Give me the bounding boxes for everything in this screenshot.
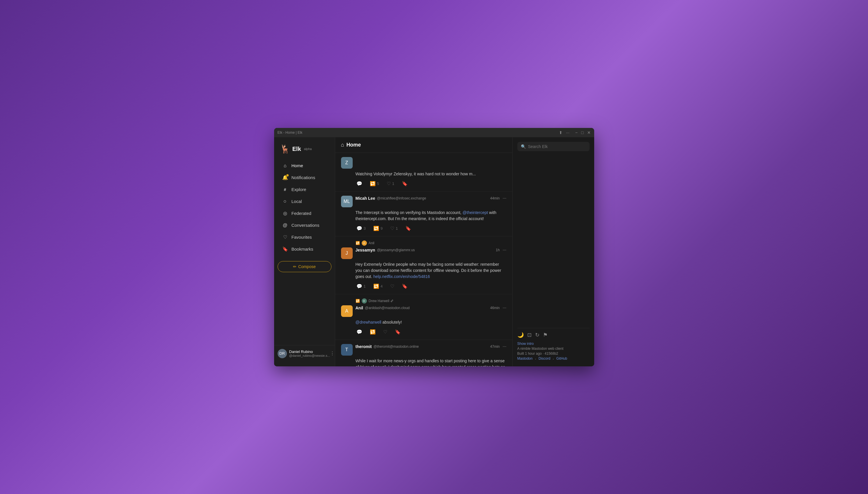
reply-icon: 💬 <box>356 329 362 335</box>
reply-button[interactable]: 💬 <box>355 328 363 336</box>
elk-logo-icon: 🦌 <box>280 144 290 154</box>
post-handle: @theromit@mastodon.online <box>374 345 419 349</box>
user-avatar: DR <box>278 349 287 358</box>
sidebar-label-local: Local <box>292 199 302 204</box>
like-button[interactable]: ♡ 1 <box>386 180 395 187</box>
search-box[interactable]: 🔍 <box>517 142 590 151</box>
post-body: Hey Extremely Online people who may be f… <box>355 261 506 280</box>
boost-button[interactable]: 🔁 <box>369 328 376 336</box>
bookmark-button[interactable]: 🔖 <box>394 328 402 336</box>
post-header: J Jessamyn @jessamyn@glammr.us 1h ··· <box>341 247 506 259</box>
post-item[interactable]: Z Watching Volodymyr Zelenskyy, it was h… <box>335 153 513 192</box>
boost-button[interactable]: 🔁 4 <box>372 283 384 290</box>
maximize-button[interactable]: □ <box>581 130 584 135</box>
post-item[interactable]: 🔁 A Anil J Jessamyn @jessamyn@glammr.us … <box>335 236 513 294</box>
boost-indicator: 🔁 D Drew Harwell 🗞 <box>341 298 506 304</box>
discord-link[interactable]: Discord <box>539 357 551 362</box>
bookmark-icon: 🔖 <box>402 181 408 186</box>
reply-icon: 💬 <box>356 226 362 231</box>
post-item[interactable]: T theromit @theromit@mastodon.online 47m… <box>335 340 513 366</box>
refresh-icon[interactable]: ↻ <box>535 332 539 338</box>
post-author-line: theromit @theromit@mastodon.online 47min… <box>355 344 506 349</box>
boost-icon: 🔁 <box>373 226 379 231</box>
share-button[interactable]: ⬆ <box>559 130 562 135</box>
sidebar-item-bookmarks[interactable]: 🔖 Bookmarks <box>276 243 333 255</box>
sidebar-item-favourites[interactable]: ♡ Favourites <box>276 231 333 243</box>
link-separator: · <box>553 357 554 362</box>
user-profile[interactable]: DR Daniel Rubino @daniel_rubino@newsie.s… <box>278 349 330 358</box>
boost-count: 9 <box>381 226 383 231</box>
like-icon: ♡ <box>390 226 394 231</box>
theme-toggle-icon[interactable]: 🌙 <box>517 332 524 338</box>
post-link[interactable]: @theintercept <box>463 210 488 215</box>
home-icon: ⌂ <box>282 163 288 169</box>
post-more-button[interactable]: ··· <box>502 247 506 253</box>
user-display-name: Daniel Rubino <box>289 349 330 354</box>
boost-button[interactable]: 🔁 5 <box>369 180 380 187</box>
titlebar-buttons: ⬆ ··· − □ ✕ <box>559 130 590 135</box>
sidebar-label-bookmarks: Bookmarks <box>292 247 313 251</box>
minimize-button[interactable]: − <box>575 130 578 135</box>
local-icon: ○ <box>282 198 288 204</box>
favourites-icon: ♡ <box>282 234 288 240</box>
boost-count: 4 <box>381 284 383 288</box>
bookmark-button[interactable]: 🔖 <box>401 180 408 187</box>
like-button[interactable]: ♡ 1 <box>389 225 399 232</box>
sidebar-item-conversations[interactable]: @ Conversations <box>276 220 333 231</box>
like-button[interactable]: ♡ <box>382 328 388 336</box>
post-more-button[interactable]: ··· <box>502 305 506 310</box>
post-item[interactable]: ML Micah Lee @micahflee@infosec.exchange… <box>335 192 513 236</box>
like-count: 1 <box>396 226 398 231</box>
post-link[interactable]: help.netflix.com/en/node/54816 <box>373 274 430 279</box>
user-more-button[interactable]: ⋮ <box>330 351 335 356</box>
post-meta: Anil @anildash@mastodon.cloud 46min ··· <box>355 305 506 310</box>
post-more-button[interactable]: ··· <box>502 344 506 349</box>
reply-icon: 💬 <box>356 181 362 186</box>
bookmark-icon: 🔖 <box>405 226 411 231</box>
sidebar-label-home: Home <box>292 163 303 168</box>
sidebar-item-home[interactable]: ⌂ Home <box>276 160 333 172</box>
compose-button[interactable]: ✏ Compose <box>278 261 331 272</box>
sidebar-logo: 🦌 Elk alpha <box>274 142 335 159</box>
close-button[interactable]: ✕ <box>587 130 591 135</box>
layout-icon[interactable]: ⊡ <box>527 332 532 338</box>
reply-button[interactable]: 💬 3 <box>355 225 367 232</box>
feed-scroll[interactable]: Z Watching Volodymyr Zelenskyy, it was h… <box>335 153 513 366</box>
post-time: 44min <box>490 196 500 200</box>
github-link[interactable]: GitHub <box>556 357 567 362</box>
sidebar-label-notifications: Notifications <box>292 175 315 180</box>
post-author-name: Anil <box>355 306 363 310</box>
sidebar-nav: ⌂ Home 🔔 Notifications # Explore ○ Loc <box>274 159 335 255</box>
search-input[interactable] <box>528 144 586 149</box>
flag-icon[interactable]: ⚑ <box>543 332 548 338</box>
reply-button[interactable]: 💬 <box>355 180 363 187</box>
bookmark-button[interactable]: 🔖 <box>401 283 408 290</box>
post-body: While I wait for more news-y orgs and ha… <box>355 358 506 366</box>
post-author-line: Micah Lee @micahflee@infosec.exchange 44… <box>355 196 506 201</box>
notification-badge <box>286 174 289 176</box>
mastodon-link[interactable]: Mastodon <box>517 357 533 362</box>
reply-button[interactable]: 💬 1 <box>355 283 367 290</box>
more-button[interactable]: ··· <box>566 130 570 135</box>
show-intro-link[interactable]: Show intro <box>517 342 590 346</box>
tagline: A nimble Mastodon web client <box>517 347 590 351</box>
panel-info: Show intro A nimble Mastodon web client … <box>517 342 590 362</box>
post-more-button[interactable]: ··· <box>502 196 506 201</box>
sidebar-item-explore[interactable]: # Explore <box>276 184 333 195</box>
post-item[interactable]: 🔁 D Drew Harwell 🗞 A Anil @anildash@mast… <box>335 294 513 340</box>
panel-icons: 🌙 ⊡ ↻ ⚑ <box>517 332 590 338</box>
reply-count: 3 <box>364 226 366 231</box>
sidebar-item-notifications[interactable]: 🔔 Notifications <box>276 172 333 184</box>
sidebar-item-federated[interactable]: ◎ Federated <box>276 208 333 219</box>
search-icon: 🔍 <box>521 144 526 149</box>
booster-name: Drew Harwell 🗞 <box>369 299 394 303</box>
post-link[interactable]: @drewharwell <box>355 320 382 324</box>
sidebar-label-favourites: Favourites <box>292 235 312 240</box>
bookmark-button[interactable]: 🔖 <box>404 225 412 232</box>
explore-icon: # <box>282 187 288 192</box>
boost-button[interactable]: 🔁 9 <box>372 225 384 232</box>
sidebar-label-conversations: Conversations <box>292 223 319 228</box>
like-button[interactable]: ♡ <box>389 283 395 290</box>
sidebar-item-local[interactable]: ○ Local <box>276 196 333 207</box>
boost-indicator: 🔁 A Anil <box>341 241 506 246</box>
